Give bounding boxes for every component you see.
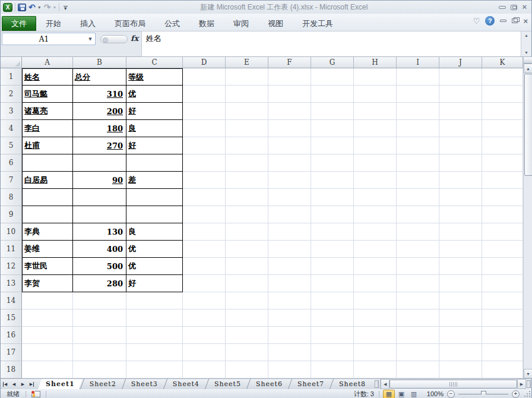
- cell-E17[interactable]: [226, 344, 268, 361]
- cell-F7[interactable]: [268, 172, 311, 189]
- cell-B9[interactable]: [73, 206, 126, 223]
- normal-view-button[interactable]: ▦: [383, 390, 395, 398]
- restore-button[interactable]: [511, 5, 517, 10]
- cell-A4[interactable]: 李白: [22, 120, 73, 137]
- row-header-17[interactable]: 17: [1, 344, 22, 361]
- cell-B18[interactable]: [73, 361, 126, 378]
- column-header-D[interactable]: D: [183, 57, 226, 68]
- cell-D2[interactable]: [183, 86, 226, 103]
- sheet-tab-sheet8[interactable]: Sheet8: [331, 379, 373, 389]
- cell-D15[interactable]: [183, 309, 226, 327]
- formula-input[interactable]: 姓名: [141, 31, 521, 56]
- cell-A8[interactable]: [22, 189, 73, 206]
- cell-D6[interactable]: [183, 154, 226, 172]
- cell-A2[interactable]: 司马懿: [22, 86, 73, 103]
- cell-E2[interactable]: [226, 86, 268, 103]
- cell-I5[interactable]: [397, 137, 439, 154]
- cell-J7[interactable]: [439, 172, 482, 189]
- cell-D8[interactable]: [183, 189, 226, 206]
- cell-G16[interactable]: [311, 327, 354, 344]
- cell-E4[interactable]: [226, 120, 268, 137]
- cell-H2[interactable]: [354, 86, 397, 103]
- cell-K2[interactable]: [482, 86, 523, 103]
- select-all-corner[interactable]: [1, 57, 22, 68]
- cell-C11[interactable]: 优: [126, 241, 183, 258]
- cell-B11[interactable]: 400: [73, 241, 126, 258]
- cell-B5[interactable]: 270: [73, 137, 126, 154]
- zoom-slider[interactable]: [458, 390, 508, 398]
- cell-C10[interactable]: 良: [126, 223, 183, 241]
- cell-B17[interactable]: [73, 344, 126, 361]
- zoom-slider-thumb[interactable]: [481, 391, 486, 397]
- cell-E1[interactable]: [226, 68, 268, 86]
- cell-A12[interactable]: 李世民: [22, 258, 73, 275]
- column-header-A[interactable]: A: [22, 57, 73, 68]
- cell-G8[interactable]: [311, 189, 354, 206]
- cell-C5[interactable]: 好: [126, 137, 183, 154]
- row-header-13[interactable]: 13: [1, 275, 22, 292]
- cell-A16[interactable]: [22, 327, 73, 344]
- cell-F15[interactable]: [268, 309, 311, 327]
- row-header-8[interactable]: 8: [1, 189, 22, 206]
- cell-H15[interactable]: [354, 309, 397, 327]
- cell-B15[interactable]: [73, 309, 126, 327]
- heart-icon[interactable]: ♡: [473, 17, 480, 25]
- cell-J8[interactable]: [439, 189, 482, 206]
- formula-scroll-down-icon[interactable]: ▼: [524, 50, 528, 55]
- column-header-C[interactable]: C: [126, 57, 183, 68]
- formula-bar-expand[interactable]: ▲ ▼: [521, 31, 531, 56]
- cell-A9[interactable]: [22, 206, 73, 223]
- cell-E12[interactable]: [226, 258, 268, 275]
- cell-J10[interactable]: [439, 223, 482, 241]
- cell-F18[interactable]: [268, 361, 311, 378]
- sheet-tab-sheet7[interactable]: Sheet7: [290, 379, 332, 389]
- cell-B4[interactable]: 180: [73, 120, 126, 137]
- cell-G2[interactable]: [311, 86, 354, 103]
- cell-K13[interactable]: [482, 275, 523, 292]
- sheet-tab-sheet5[interactable]: Sheet5: [207, 379, 249, 389]
- cell-K6[interactable]: [482, 154, 523, 172]
- cell-F16[interactable]: [268, 327, 311, 344]
- zoom-in-button[interactable]: +: [512, 390, 520, 398]
- row-header-9[interactable]: 9: [1, 206, 22, 223]
- cell-C12[interactable]: 优: [126, 258, 183, 275]
- cell-J5[interactable]: [439, 137, 482, 154]
- cell-F3[interactable]: [268, 103, 311, 120]
- cell-K7[interactable]: [482, 172, 523, 189]
- cell-J17[interactable]: [439, 344, 482, 361]
- sheet-tab-sheet1[interactable]: Sheet1: [38, 379, 83, 389]
- cell-E6[interactable]: [226, 154, 268, 172]
- cell-J12[interactable]: [439, 258, 482, 275]
- zoom-out-button[interactable]: −: [447, 390, 455, 398]
- cell-D4[interactable]: [183, 120, 226, 137]
- macro-record-button[interactable]: [31, 391, 40, 397]
- close-button[interactable]: ×: [522, 4, 527, 10]
- cell-H3[interactable]: [354, 103, 397, 120]
- vertical-split-handle[interactable]: [524, 57, 532, 64]
- cell-F11[interactable]: [268, 241, 311, 258]
- customize-toolbar-button[interactable]: ▼: [62, 4, 69, 10]
- cell-F10[interactable]: [268, 223, 311, 241]
- cell-E3[interactable]: [226, 103, 268, 120]
- cell-G13[interactable]: [311, 275, 354, 292]
- cell-D13[interactable]: [183, 275, 226, 292]
- column-header-B[interactable]: B: [73, 57, 126, 68]
- cell-A18[interactable]: [22, 361, 73, 378]
- cell-B14[interactable]: [73, 292, 126, 309]
- cell-J14[interactable]: [439, 292, 482, 309]
- cell-J16[interactable]: [439, 327, 482, 344]
- cell-F5[interactable]: [268, 137, 311, 154]
- cell-F1[interactable]: [268, 68, 311, 86]
- cell-D7[interactable]: [183, 172, 226, 189]
- cell-K14[interactable]: [482, 292, 523, 309]
- row-header-16[interactable]: 16: [1, 327, 22, 344]
- cell-E15[interactable]: [226, 309, 268, 327]
- name-box-dropdown-icon[interactable]: ▼: [86, 37, 95, 42]
- column-header-I[interactable]: I: [397, 57, 439, 68]
- row-header-15[interactable]: 15: [1, 309, 22, 327]
- cell-D14[interactable]: [183, 292, 226, 309]
- cell-A15[interactable]: [22, 309, 73, 327]
- cell-J1[interactable]: [439, 68, 482, 86]
- cell-C1[interactable]: 等级: [126, 68, 183, 86]
- cell-F12[interactable]: [268, 258, 311, 275]
